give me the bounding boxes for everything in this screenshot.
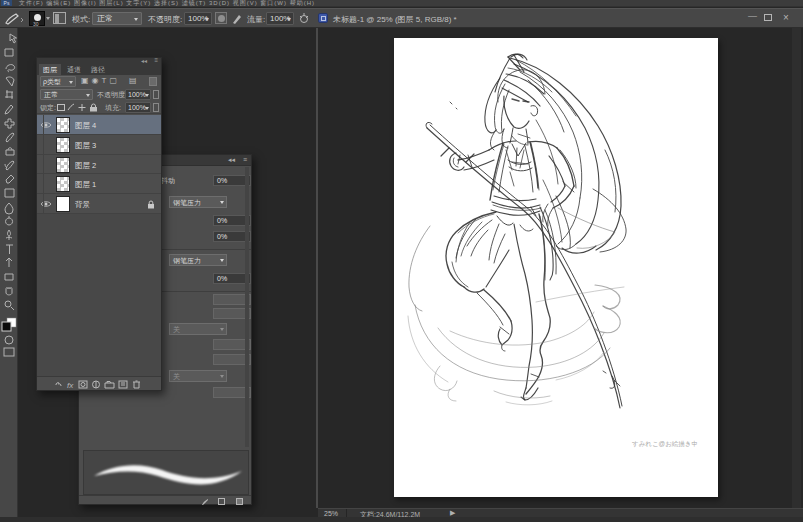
svg-text:fx: fx [67, 381, 74, 389]
